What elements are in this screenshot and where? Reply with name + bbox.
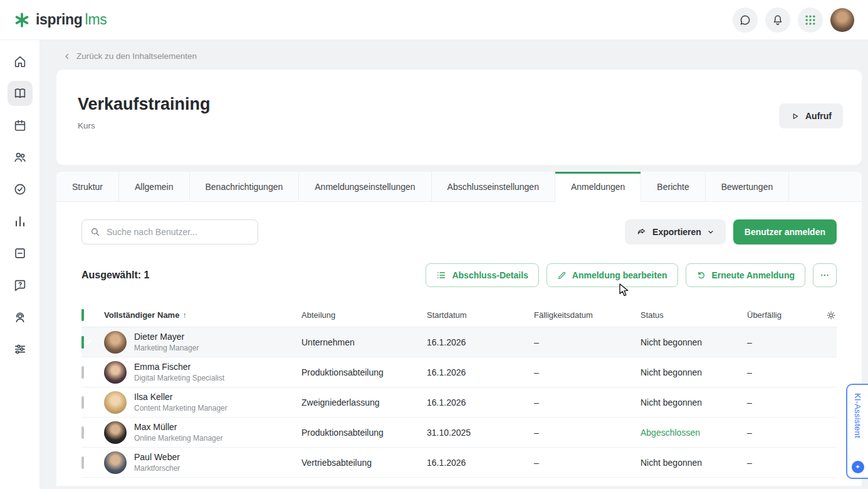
completion-details-button[interactable]: Abschluss-Details [426, 263, 538, 287]
sort-ascending-icon[interactable]: ↑ [182, 311, 186, 320]
main-area: Zurück zu den Inhaltselementen Verkaufst… [40, 40, 868, 489]
column-header-overdue[interactable]: Überfällig [747, 310, 814, 320]
topbar: ispringlms [0, 0, 868, 40]
export-button[interactable]: Exportieren [625, 219, 726, 244]
more-actions-button[interactable] [813, 263, 837, 287]
column-header-status[interactable]: Status [641, 310, 747, 320]
toolbar: Exportieren Benutzer anmelden [81, 219, 837, 244]
person-name: Ilsa Keller [134, 391, 227, 402]
user-avatar[interactable] [830, 8, 854, 32]
row-checkbox[interactable] [81, 456, 84, 469]
open-course-label: Aufruf [805, 111, 832, 121]
column-header-name[interactable]: Vollständiger Name ↑ [104, 310, 301, 320]
export-icon [636, 227, 647, 238]
sidebar-item-settings[interactable] [8, 337, 33, 362]
start-date-cell: 16.1.2026 [427, 397, 534, 408]
select-all-checkbox[interactable] [81, 309, 84, 321]
column-header-name-label: Vollständiger Name [104, 310, 179, 320]
sliders-icon [13, 342, 27, 356]
brand-name: ispringlms [36, 11, 107, 28]
notifications-button[interactable] [765, 8, 790, 33]
sidebar-item-courses[interactable] [8, 81, 33, 106]
person-name: Paul Weber [134, 451, 180, 463]
tab-allgemein[interactable]: Allgemein [119, 172, 189, 201]
table-row[interactable]: Dieter Mayer Marketing Manager Unternehm… [81, 327, 837, 357]
table-row[interactable]: Max Müller Online Marketing Manager Prod… [81, 418, 837, 448]
enrollments-table: Vollständiger Name ↑ Abteilung Startdatu… [81, 303, 837, 478]
status-cell: Abgeschlossen [641, 428, 747, 438]
sidebar-item-support[interactable] [8, 305, 33, 330]
tab-struktur[interactable]: Struktur [56, 172, 119, 201]
apps-button[interactable] [798, 8, 823, 33]
sidebar-item-surveys[interactable] [8, 273, 33, 298]
table-row[interactable]: Paul Weber Marktforscher Vertriebsabteil… [81, 448, 837, 478]
due-date-cell: – [534, 367, 641, 377]
chevron-down-icon [707, 228, 714, 236]
tab-bewertungen[interactable]: Bewertungen [706, 172, 790, 201]
chat-icon [739, 14, 751, 26]
row-checkbox[interactable] [81, 336, 84, 349]
re-enroll-button[interactable]: Erneute Anmeldung [686, 263, 806, 287]
list-icon [436, 270, 446, 280]
column-header-department[interactable]: Abteilung [301, 310, 427, 320]
export-label: Exportieren [652, 227, 701, 237]
avatar [104, 421, 127, 444]
catalog-icon [13, 246, 27, 260]
search-box [81, 219, 258, 244]
enroll-users-button[interactable]: Benutzer anmelden [733, 219, 837, 244]
sidebar-item-home[interactable] [8, 49, 33, 74]
start-date-cell: 16.1.2026 [427, 367, 534, 377]
status-cell: Nicht begonnen [641, 367, 747, 377]
table-row[interactable]: Ilsa Keller Content Marketing Manager Zw… [81, 387, 837, 418]
tab-anmeldungen[interactable]: Anmeldungen [555, 172, 641, 202]
breadcrumb-label: Zurück zu den Inhaltselementen [76, 51, 197, 61]
overdue-cell: – [747, 397, 814, 408]
sidebar-item-users[interactable] [8, 145, 33, 170]
start-date-cell: 31.10.2025 [427, 428, 534, 438]
sidebar-item-catalog[interactable] [8, 241, 33, 266]
tab-benachrichtigungen[interactable]: Benachrichtigungen [190, 172, 300, 201]
brand-logo[interactable]: ispringlms [14, 11, 107, 28]
breadcrumb[interactable]: Zurück zu den Inhaltselementen [63, 51, 197, 61]
tab-abschlusseinstellungen[interactable]: Abschlusseinstellungen [432, 172, 555, 201]
table-settings-button[interactable] [814, 310, 837, 321]
overdue-cell: – [747, 458, 814, 468]
ai-assistant-tab[interactable]: KI-Assistent ✦ [846, 384, 868, 479]
person-name: Max Müller [134, 421, 222, 433]
row-checkbox[interactable] [81, 426, 84, 439]
sparkle-icon: ✦ [852, 461, 864, 473]
search-input[interactable] [107, 227, 250, 237]
calendar-icon [13, 118, 27, 132]
sidebar [0, 40, 40, 489]
open-course-button[interactable]: Aufruf [779, 103, 843, 129]
sidebar-item-trainings[interactable] [8, 177, 33, 202]
brand-name-secondary: lms [85, 11, 107, 28]
course-header-card: Verkaufstraining Kurs Aufruf [56, 70, 862, 165]
department-cell: Vertriebsabteilung [301, 458, 427, 468]
row-checkbox[interactable] [81, 366, 84, 379]
overdue-cell: – [747, 367, 814, 377]
toolbar-actions: Exportieren Benutzer anmelden [625, 219, 837, 244]
brand-name-primary: ispring [36, 11, 83, 28]
edit-enrollment-button[interactable]: Anmeldung bearbeiten [546, 263, 678, 287]
tab-anmeldungseinstellungen[interactable]: Anmeldungseinstellungen [299, 172, 431, 201]
department-cell: Unternehmen [301, 337, 427, 347]
users-icon [13, 150, 27, 164]
column-header-start-date[interactable]: Startdatum [427, 310, 534, 320]
row-checkbox[interactable] [81, 396, 84, 409]
tab-berichte[interactable]: Berichte [641, 172, 705, 201]
table-row[interactable]: Emma Fischer Digital Marketing Specialis… [81, 357, 837, 387]
overdue-cell: – [747, 428, 814, 438]
edit-enrollment-label: Anmeldung bearbeiten [572, 270, 667, 280]
avatar [104, 361, 127, 384]
ai-assistant-label: KI-Assistent [853, 393, 862, 438]
column-header-due-date[interactable]: Fälligkeitsdatum [534, 310, 641, 320]
sidebar-item-calendar[interactable] [8, 113, 33, 138]
play-icon [790, 112, 800, 121]
course-tabs: Struktur Allgemein Benachrichtigungen An… [56, 172, 862, 202]
sidebar-item-reports[interactable] [8, 209, 33, 234]
department-cell: Produktionsabteilung [301, 367, 427, 377]
messages-button[interactable] [733, 8, 758, 33]
person-cell: Emma Fischer Digital Marketing Specialis… [104, 361, 301, 384]
search-icon [90, 226, 101, 238]
